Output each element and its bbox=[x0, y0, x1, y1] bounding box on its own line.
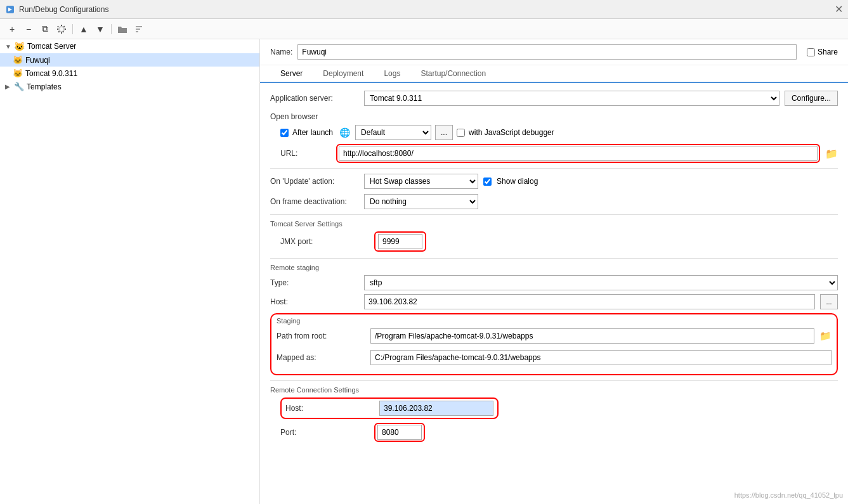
on-update-row: On 'Update' action: Hot Swap classes Sho… bbox=[270, 174, 838, 189]
url-highlight bbox=[336, 144, 820, 163]
js-debugger-label: with JavaScript debugger bbox=[469, 128, 554, 137]
remote-conn-section: Remote Connection Settings Host: Port: bbox=[270, 386, 838, 442]
browser-select[interactable]: Default bbox=[355, 125, 431, 140]
share-checkbox-row: Share bbox=[807, 48, 838, 56]
tab-startup-connection[interactable]: Startup/Connection bbox=[410, 65, 496, 83]
port-label: Port: bbox=[280, 428, 369, 437]
tomcat-version-icon: 🐱 bbox=[13, 68, 23, 78]
on-update-select[interactable]: Hot Swap classes bbox=[364, 174, 478, 189]
app-server-label: Application server: bbox=[270, 94, 359, 103]
templates-icon: 🔧 bbox=[14, 82, 24, 91]
toolbar: + − ⧉ ▲ ▼ bbox=[0, 19, 848, 39]
after-launch-label: After launch bbox=[292, 128, 333, 137]
staging-title: Staging bbox=[277, 317, 832, 325]
watermark: https://blog.csdn.net/qq_41052_lpu bbox=[734, 491, 843, 499]
toolbar-separator-1 bbox=[72, 24, 73, 34]
mapped-as-row: Mapped as: bbox=[277, 350, 832, 365]
path-from-root-input[interactable] bbox=[370, 328, 814, 344]
on-frame-select[interactable]: Do nothing bbox=[364, 194, 478, 209]
tomcat-settings-title: Tomcat Server Settings bbox=[270, 220, 838, 228]
after-launch-checkbox[interactable] bbox=[280, 129, 289, 137]
staging-highlight: Staging Path from root: 📁 Mapped as: bbox=[270, 313, 838, 375]
host-label: Host: bbox=[270, 297, 359, 306]
port-input[interactable] bbox=[377, 425, 422, 440]
add-button[interactable]: + bbox=[5, 22, 19, 36]
host-dots-button[interactable]: ... bbox=[820, 294, 838, 309]
tree-group-tomcat[interactable]: ▼ 🐱 Tomcat Server bbox=[0, 39, 259, 53]
right-panel: Name: Share Server Deployment Logs Start… bbox=[260, 39, 848, 504]
remote-staging-section: Remote staging Type: sftp Host: ... Stag… bbox=[270, 264, 838, 375]
tree-group-tomcat-label: Tomcat Server bbox=[27, 42, 76, 51]
tree-item-tomcat-label: Tomcat 9.0.311 bbox=[25, 69, 77, 78]
conn-host-highlight: Host: bbox=[280, 397, 499, 419]
move-up-button[interactable]: ▲ bbox=[77, 22, 91, 36]
tomcat-icon: 🐱 bbox=[14, 41, 25, 51]
port-highlight bbox=[374, 423, 425, 442]
mapped-as-label: Mapped as: bbox=[277, 353, 365, 362]
browser-icon: 🌐 bbox=[339, 127, 350, 138]
tree-item-templates[interactable]: ▶ 🔧 Templates bbox=[0, 80, 259, 93]
name-input[interactable] bbox=[297, 44, 797, 60]
remote-staging-title: Remote staging bbox=[270, 264, 838, 271]
mapped-as-input[interactable] bbox=[370, 350, 832, 365]
url-row: URL: 📁 bbox=[280, 144, 838, 163]
app-server-row: Application server: Tomcat 9.0.311 Confi… bbox=[270, 91, 838, 106]
main-layout: ▼ 🐱 Tomcat Server 🐱 Fuwuqi 🐱 Tomcat 9.0.… bbox=[0, 39, 848, 504]
js-debugger-checkbox[interactable] bbox=[457, 129, 465, 137]
tab-logs[interactable]: Logs bbox=[374, 65, 410, 83]
path-folder-icon[interactable]: 📁 bbox=[819, 330, 832, 342]
on-frame-row: On frame deactivation: Do nothing bbox=[270, 194, 838, 209]
name-label: Name: bbox=[270, 48, 292, 56]
browser-dots-button[interactable]: ... bbox=[435, 125, 453, 140]
sort-button[interactable] bbox=[132, 22, 146, 36]
tabs-bar: Server Deployment Logs Startup/Connectio… bbox=[260, 65, 848, 83]
tree-item-templates-label: Templates bbox=[27, 82, 62, 91]
show-dialog-label: Show dialog bbox=[497, 177, 538, 186]
path-from-root-row: Path from root: 📁 bbox=[277, 328, 832, 344]
jmx-port-input[interactable] bbox=[378, 234, 422, 249]
left-panel: ▼ 🐱 Tomcat Server 🐱 Fuwuqi 🐱 Tomcat 9.0.… bbox=[0, 39, 260, 504]
folder-button[interactable] bbox=[115, 22, 129, 36]
tree-item-fuwuqi-label: Fuwuqi bbox=[25, 56, 50, 65]
app-icon bbox=[5, 4, 15, 15]
url-input[interactable] bbox=[339, 146, 818, 161]
tab-deployment[interactable]: Deployment bbox=[313, 65, 374, 83]
remove-button[interactable]: − bbox=[22, 22, 36, 36]
close-button[interactable]: ✕ bbox=[835, 3, 843, 15]
url-label: URL: bbox=[280, 149, 331, 158]
copy-button[interactable]: ⧉ bbox=[38, 22, 52, 36]
window-title: Run/Debug Configurations bbox=[19, 5, 108, 14]
divider-3 bbox=[270, 258, 838, 259]
host-input[interactable] bbox=[364, 294, 815, 309]
tree-item-fuwuqi[interactable]: 🐱 Fuwuqi bbox=[0, 53, 259, 67]
after-launch-row: After launch 🌐 Default ... with JavaScri… bbox=[280, 125, 838, 140]
on-update-label: On 'Update' action: bbox=[270, 177, 359, 186]
app-server-select[interactable]: Tomcat 9.0.311 bbox=[364, 91, 780, 106]
divider-4 bbox=[270, 380, 838, 381]
tree-item-tomcat-version[interactable]: 🐱 Tomcat 9.0.311 bbox=[0, 67, 259, 80]
open-browser-label: Open browser bbox=[270, 112, 838, 121]
content-area: Application server: Tomcat 9.0.311 Confi… bbox=[260, 83, 848, 504]
type-row: Type: sftp bbox=[270, 275, 838, 290]
move-down-button[interactable]: ▼ bbox=[93, 22, 107, 36]
jmx-port-label: JMX port: bbox=[280, 237, 369, 246]
divider-2 bbox=[270, 214, 838, 215]
tab-server[interactable]: Server bbox=[270, 65, 313, 83]
name-row: Name: Share bbox=[260, 39, 848, 65]
type-select[interactable]: sftp bbox=[364, 275, 838, 290]
conn-host-input[interactable] bbox=[379, 401, 493, 416]
host-row: Host: ... bbox=[270, 294, 838, 309]
on-frame-label: On frame deactivation: bbox=[270, 197, 359, 206]
settings-button[interactable] bbox=[55, 22, 68, 36]
port-row: Port: bbox=[280, 423, 838, 442]
title-bar-left: Run/Debug Configurations bbox=[5, 4, 108, 15]
fuwuqi-icon: 🐱 bbox=[13, 55, 23, 65]
chevron-right-icon: ▶ bbox=[5, 83, 11, 90]
remote-conn-title: Remote Connection Settings bbox=[270, 386, 838, 394]
show-dialog-checkbox[interactable] bbox=[483, 178, 492, 186]
configure-button[interactable]: Configure... bbox=[785, 91, 838, 106]
url-folder-icon[interactable]: 📁 bbox=[825, 148, 838, 160]
title-bar: Run/Debug Configurations ✕ bbox=[0, 0, 848, 19]
share-checkbox[interactable] bbox=[807, 48, 815, 56]
toolbar-separator-2 bbox=[111, 24, 112, 34]
